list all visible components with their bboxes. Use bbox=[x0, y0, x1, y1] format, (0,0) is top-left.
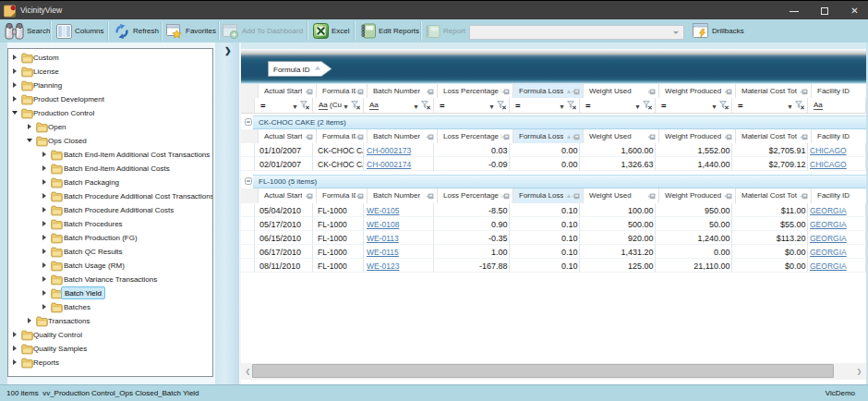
svg-text:Formula ID: Formula ID bbox=[273, 66, 310, 74]
